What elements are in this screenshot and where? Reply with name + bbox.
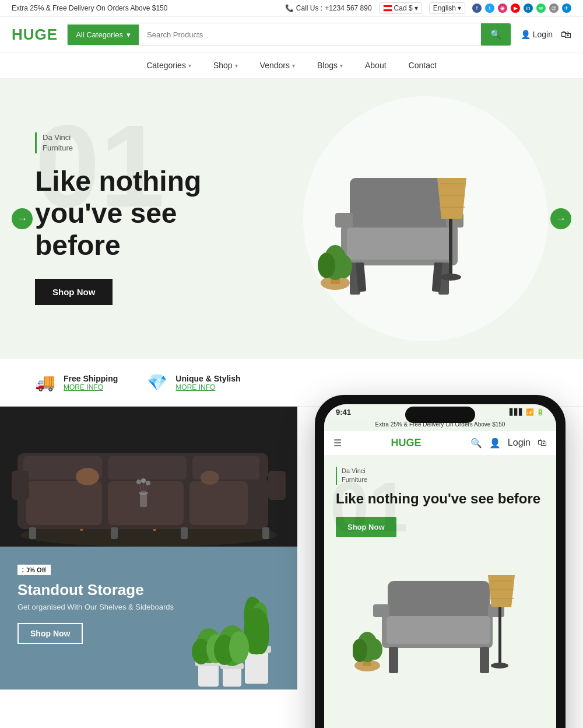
- sofa-panel: [0, 407, 297, 547]
- hamburger-menu-icon[interactable]: ☰: [333, 438, 342, 449]
- phone-info: 📞 Call Us : +1234 567 890: [285, 4, 372, 12]
- wifi-icon: 📶: [526, 408, 534, 416]
- header: HUGE All Categories ▾ 🔍 👤 Login 🛍: [0, 17, 583, 52]
- instagram-icon[interactable]: ◉: [498, 4, 507, 13]
- chevron-down-icon: ▾: [340, 62, 343, 69]
- language-label: English: [433, 4, 456, 12]
- chair-illustration: [318, 131, 481, 306]
- top-bar-right: 📞 Call Us : +1234 567 890 Cad $ ▾ Englis…: [285, 2, 571, 14]
- phone-logo[interactable]: HUGE: [391, 437, 421, 449]
- email-icon[interactable]: @: [549, 4, 559, 13]
- phone-label: Call Us :: [296, 4, 322, 12]
- social-icons: f t ◉ ▶ in w @ ✈: [472, 4, 571, 13]
- cart-button[interactable]: 🛍: [561, 29, 571, 41]
- badge-text: 20% Off: [22, 566, 46, 573]
- svg-point-76: [353, 639, 367, 662]
- carousel-prev-button[interactable]: →: [12, 208, 33, 229]
- nav-label-shop: Shop: [213, 61, 233, 70]
- chevron-down-icon: ▾: [188, 62, 191, 69]
- feature-stylish-text: Unique & Stylish MORE INFO: [175, 374, 240, 391]
- svg-rect-30: [189, 481, 248, 525]
- svg-point-50: [146, 481, 150, 485]
- arrow-right-icon: →: [556, 213, 566, 225]
- storage-cta-button[interactable]: Shop Now: [17, 623, 83, 644]
- svg-point-12: [318, 253, 335, 278]
- feature-shipping-text: Free Shipping MORE INFO: [64, 374, 118, 391]
- svg-rect-40: [262, 527, 269, 539]
- svg-point-13: [336, 255, 352, 278]
- svg-rect-72: [480, 647, 489, 673]
- search-input[interactable]: [139, 24, 481, 45]
- search-button[interactable]: 🔍: [481, 23, 511, 46]
- svg-rect-33: [108, 456, 187, 480]
- svg-rect-56: [198, 663, 219, 687]
- logo[interactable]: HUGE: [12, 26, 58, 44]
- phone-user-icon[interactable]: 👤: [489, 438, 501, 449]
- nav-item-shop[interactable]: Shop ▾: [211, 52, 240, 78]
- storage-subtitle: Get organised With Our Shelves & Sideboa…: [17, 603, 280, 611]
- nav-label-categories: Categories: [146, 61, 186, 70]
- hero-content: 01 Da Vinci Furniture Like nothing you'v…: [0, 97, 280, 341]
- header-actions: 👤 Login 🛍: [521, 29, 571, 41]
- diamond-icon: 💎: [147, 373, 167, 392]
- svg-rect-37: [29, 527, 36, 539]
- svg-rect-78: [498, 607, 501, 666]
- phone-number: +1234 567 890: [325, 4, 371, 12]
- sofa-visual: [0, 407, 297, 547]
- flag-icon: [383, 5, 392, 12]
- currency-selector[interactable]: Cad $ ▾: [379, 2, 422, 14]
- phone-status-icons: ▋▋▋ 📶 🔋: [510, 408, 545, 416]
- carousel-next-button[interactable]: →: [550, 208, 571, 229]
- phone-header-icons: 🔍 👤 Login 🛍: [470, 438, 547, 449]
- feature-stylish-link[interactable]: MORE INFO: [175, 383, 240, 391]
- main-nav: Categories ▾ Shop ▾ Vendors ▾ Blogs ▾ Ab…: [0, 52, 583, 79]
- phone-login-label[interactable]: Login: [508, 438, 531, 449]
- phone-screen: 9:41 ▋▋▋ 📶 🔋 Extra 25% & Free Delivery O…: [324, 404, 556, 728]
- category-chevron-icon: ▾: [127, 30, 131, 39]
- hero-title-line1: Like nothing: [35, 166, 201, 197]
- nav-item-categories[interactable]: Categories ▾: [144, 52, 194, 78]
- search-icon: 🔍: [490, 29, 501, 39]
- nav-item-vendors[interactable]: Vendors ▾: [258, 52, 297, 78]
- left-panels: 20% Off Standout Storage Get organised W…: [0, 407, 297, 728]
- svg-rect-61: [223, 666, 241, 687]
- twitter-icon[interactable]: t: [485, 4, 494, 13]
- svg-rect-68: [387, 616, 490, 644]
- svg-rect-14: [449, 219, 452, 277]
- sofa-illustration: [0, 407, 297, 547]
- feature-shipping-link[interactable]: MORE INFO: [64, 383, 118, 391]
- svg-rect-2: [347, 228, 452, 260]
- svg-point-41: [76, 468, 99, 485]
- phone-hero-section: 01 Da Vinci Furniture Like nothing you'v…: [324, 455, 556, 683]
- phone-cart-icon[interactable]: 🛍: [538, 438, 547, 449]
- telegram-icon[interactable]: ✈: [562, 4, 571, 13]
- storage-title: Standout Storage: [17, 581, 280, 599]
- phone-notch: [405, 407, 475, 423]
- phone-icon: 📞: [285, 4, 294, 12]
- nav-item-contact[interactable]: Contact: [406, 52, 439, 78]
- phone-mockup-area: 9:41 ▋▋▋ 📶 🔋 Extra 25% & Free Delivery O…: [297, 407, 583, 728]
- svg-rect-71: [389, 647, 398, 673]
- signal-icon: ▋▋▋: [510, 408, 524, 416]
- nav-item-blogs[interactable]: Blogs ▾: [315, 52, 345, 78]
- nav-label-vendors: Vendors: [260, 61, 290, 70]
- phone-chair-svg: [353, 549, 528, 677]
- whatsapp-icon[interactable]: w: [536, 4, 546, 13]
- login-button[interactable]: 👤 Login: [521, 30, 553, 39]
- phone-search-icon[interactable]: 🔍: [470, 438, 482, 449]
- hero-cta-button[interactable]: Shop Now: [35, 279, 113, 305]
- linkedin-icon[interactable]: in: [524, 4, 533, 13]
- category-dropdown-button[interactable]: All Categories ▾: [68, 24, 139, 45]
- main-content: 20% Off Standout Storage Get organised W…: [0, 407, 583, 728]
- user-icon: 👤: [521, 30, 531, 39]
- currency-chevron-icon: ▾: [415, 4, 418, 12]
- youtube-icon[interactable]: ▶: [511, 4, 520, 13]
- svg-point-42: [201, 471, 219, 485]
- svg-rect-38: [111, 527, 118, 539]
- nav-label-blogs: Blogs: [317, 61, 338, 70]
- language-selector[interactable]: English ▾: [429, 2, 465, 14]
- facebook-icon[interactable]: f: [472, 4, 482, 13]
- chevron-down-icon: ▾: [292, 62, 295, 69]
- nav-label-about: About: [365, 61, 387, 70]
- nav-item-about[interactable]: About: [363, 52, 389, 78]
